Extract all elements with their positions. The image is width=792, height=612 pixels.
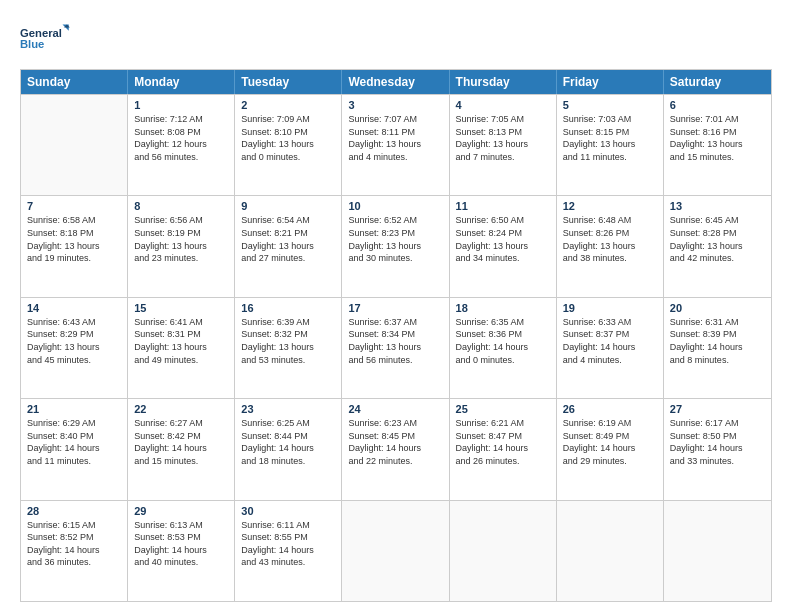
cal-header-sunday: Sunday xyxy=(21,70,128,94)
day-info: Sunrise: 6:48 AM Sunset: 8:26 PM Dayligh… xyxy=(563,214,657,264)
cal-empty xyxy=(450,501,557,601)
day-number: 28 xyxy=(27,505,121,517)
calendar-body: 1Sunrise: 7:12 AM Sunset: 8:08 PM Daylig… xyxy=(21,94,771,601)
logo: General Blue xyxy=(20,16,70,61)
cal-day-17: 17Sunrise: 6:37 AM Sunset: 8:34 PM Dayli… xyxy=(342,298,449,398)
cal-day-20: 20Sunrise: 6:31 AM Sunset: 8:39 PM Dayli… xyxy=(664,298,771,398)
cal-header-tuesday: Tuesday xyxy=(235,70,342,94)
cal-day-26: 26Sunrise: 6:19 AM Sunset: 8:49 PM Dayli… xyxy=(557,399,664,499)
day-info: Sunrise: 6:29 AM Sunset: 8:40 PM Dayligh… xyxy=(27,417,121,467)
day-number: 29 xyxy=(134,505,228,517)
cal-header-thursday: Thursday xyxy=(450,70,557,94)
day-info: Sunrise: 6:11 AM Sunset: 8:55 PM Dayligh… xyxy=(241,519,335,569)
day-info: Sunrise: 6:17 AM Sunset: 8:50 PM Dayligh… xyxy=(670,417,765,467)
day-info: Sunrise: 6:27 AM Sunset: 8:42 PM Dayligh… xyxy=(134,417,228,467)
day-number: 13 xyxy=(670,200,765,212)
cal-day-27: 27Sunrise: 6:17 AM Sunset: 8:50 PM Dayli… xyxy=(664,399,771,499)
cal-day-10: 10Sunrise: 6:52 AM Sunset: 8:23 PM Dayli… xyxy=(342,196,449,296)
cal-empty xyxy=(664,501,771,601)
day-info: Sunrise: 6:50 AM Sunset: 8:24 PM Dayligh… xyxy=(456,214,550,264)
cal-day-12: 12Sunrise: 6:48 AM Sunset: 8:26 PM Dayli… xyxy=(557,196,664,296)
day-info: Sunrise: 6:37 AM Sunset: 8:34 PM Dayligh… xyxy=(348,316,442,366)
cal-header-friday: Friday xyxy=(557,70,664,94)
day-number: 17 xyxy=(348,302,442,314)
day-info: Sunrise: 7:01 AM Sunset: 8:16 PM Dayligh… xyxy=(670,113,765,163)
day-number: 16 xyxy=(241,302,335,314)
cal-day-19: 19Sunrise: 6:33 AM Sunset: 8:37 PM Dayli… xyxy=(557,298,664,398)
day-number: 10 xyxy=(348,200,442,212)
cal-day-23: 23Sunrise: 6:25 AM Sunset: 8:44 PM Dayli… xyxy=(235,399,342,499)
day-info: Sunrise: 7:09 AM Sunset: 8:10 PM Dayligh… xyxy=(241,113,335,163)
day-number: 11 xyxy=(456,200,550,212)
cal-day-21: 21Sunrise: 6:29 AM Sunset: 8:40 PM Dayli… xyxy=(21,399,128,499)
day-number: 9 xyxy=(241,200,335,212)
day-info: Sunrise: 6:58 AM Sunset: 8:18 PM Dayligh… xyxy=(27,214,121,264)
day-info: Sunrise: 6:25 AM Sunset: 8:44 PM Dayligh… xyxy=(241,417,335,467)
cal-day-30: 30Sunrise: 6:11 AM Sunset: 8:55 PM Dayli… xyxy=(235,501,342,601)
day-info: Sunrise: 6:33 AM Sunset: 8:37 PM Dayligh… xyxy=(563,316,657,366)
cal-day-25: 25Sunrise: 6:21 AM Sunset: 8:47 PM Dayli… xyxy=(450,399,557,499)
day-info: Sunrise: 7:05 AM Sunset: 8:13 PM Dayligh… xyxy=(456,113,550,163)
day-number: 7 xyxy=(27,200,121,212)
day-info: Sunrise: 6:41 AM Sunset: 8:31 PM Dayligh… xyxy=(134,316,228,366)
cal-day-14: 14Sunrise: 6:43 AM Sunset: 8:29 PM Dayli… xyxy=(21,298,128,398)
svg-text:Blue: Blue xyxy=(20,38,44,50)
day-number: 27 xyxy=(670,403,765,415)
cal-empty xyxy=(342,501,449,601)
day-number: 20 xyxy=(670,302,765,314)
logo-svg: General Blue xyxy=(20,16,70,61)
day-number: 14 xyxy=(27,302,121,314)
day-number: 1 xyxy=(134,99,228,111)
day-info: Sunrise: 6:31 AM Sunset: 8:39 PM Dayligh… xyxy=(670,316,765,366)
day-info: Sunrise: 7:07 AM Sunset: 8:11 PM Dayligh… xyxy=(348,113,442,163)
day-number: 25 xyxy=(456,403,550,415)
day-number: 24 xyxy=(348,403,442,415)
day-number: 3 xyxy=(348,99,442,111)
day-number: 8 xyxy=(134,200,228,212)
day-info: Sunrise: 7:03 AM Sunset: 8:15 PM Dayligh… xyxy=(563,113,657,163)
cal-day-3: 3Sunrise: 7:07 AM Sunset: 8:11 PM Daylig… xyxy=(342,95,449,195)
page-header: General Blue xyxy=(20,16,772,61)
cal-day-1: 1Sunrise: 7:12 AM Sunset: 8:08 PM Daylig… xyxy=(128,95,235,195)
day-number: 15 xyxy=(134,302,228,314)
cal-day-13: 13Sunrise: 6:45 AM Sunset: 8:28 PM Dayli… xyxy=(664,196,771,296)
day-info: Sunrise: 6:35 AM Sunset: 8:36 PM Dayligh… xyxy=(456,316,550,366)
cal-empty xyxy=(557,501,664,601)
cal-header-monday: Monday xyxy=(128,70,235,94)
day-number: 19 xyxy=(563,302,657,314)
cal-week-3: 14Sunrise: 6:43 AM Sunset: 8:29 PM Dayli… xyxy=(21,297,771,398)
cal-week-1: 1Sunrise: 7:12 AM Sunset: 8:08 PM Daylig… xyxy=(21,94,771,195)
cal-header-wednesday: Wednesday xyxy=(342,70,449,94)
cal-day-16: 16Sunrise: 6:39 AM Sunset: 8:32 PM Dayli… xyxy=(235,298,342,398)
svg-text:General: General xyxy=(20,27,62,39)
day-number: 12 xyxy=(563,200,657,212)
calendar-header-row: SundayMondayTuesdayWednesdayThursdayFrid… xyxy=(21,70,771,94)
cal-day-29: 29Sunrise: 6:13 AM Sunset: 8:53 PM Dayli… xyxy=(128,501,235,601)
day-number: 30 xyxy=(241,505,335,517)
day-info: Sunrise: 6:15 AM Sunset: 8:52 PM Dayligh… xyxy=(27,519,121,569)
cal-day-5: 5Sunrise: 7:03 AM Sunset: 8:15 PM Daylig… xyxy=(557,95,664,195)
cal-day-15: 15Sunrise: 6:41 AM Sunset: 8:31 PM Dayli… xyxy=(128,298,235,398)
cal-day-8: 8Sunrise: 6:56 AM Sunset: 8:19 PM Daylig… xyxy=(128,196,235,296)
day-number: 23 xyxy=(241,403,335,415)
cal-header-saturday: Saturday xyxy=(664,70,771,94)
day-info: Sunrise: 6:21 AM Sunset: 8:47 PM Dayligh… xyxy=(456,417,550,467)
day-info: Sunrise: 6:19 AM Sunset: 8:49 PM Dayligh… xyxy=(563,417,657,467)
cal-empty xyxy=(21,95,128,195)
cal-day-22: 22Sunrise: 6:27 AM Sunset: 8:42 PM Dayli… xyxy=(128,399,235,499)
cal-week-4: 21Sunrise: 6:29 AM Sunset: 8:40 PM Dayli… xyxy=(21,398,771,499)
day-number: 4 xyxy=(456,99,550,111)
day-number: 18 xyxy=(456,302,550,314)
day-info: Sunrise: 6:45 AM Sunset: 8:28 PM Dayligh… xyxy=(670,214,765,264)
cal-day-4: 4Sunrise: 7:05 AM Sunset: 8:13 PM Daylig… xyxy=(450,95,557,195)
cal-day-28: 28Sunrise: 6:15 AM Sunset: 8:52 PM Dayli… xyxy=(21,501,128,601)
day-number: 2 xyxy=(241,99,335,111)
calendar: SundayMondayTuesdayWednesdayThursdayFrid… xyxy=(20,69,772,602)
day-number: 5 xyxy=(563,99,657,111)
day-info: Sunrise: 7:12 AM Sunset: 8:08 PM Dayligh… xyxy=(134,113,228,163)
cal-week-2: 7Sunrise: 6:58 AM Sunset: 8:18 PM Daylig… xyxy=(21,195,771,296)
day-number: 21 xyxy=(27,403,121,415)
cal-day-11: 11Sunrise: 6:50 AM Sunset: 8:24 PM Dayli… xyxy=(450,196,557,296)
day-number: 26 xyxy=(563,403,657,415)
cal-day-24: 24Sunrise: 6:23 AM Sunset: 8:45 PM Dayli… xyxy=(342,399,449,499)
